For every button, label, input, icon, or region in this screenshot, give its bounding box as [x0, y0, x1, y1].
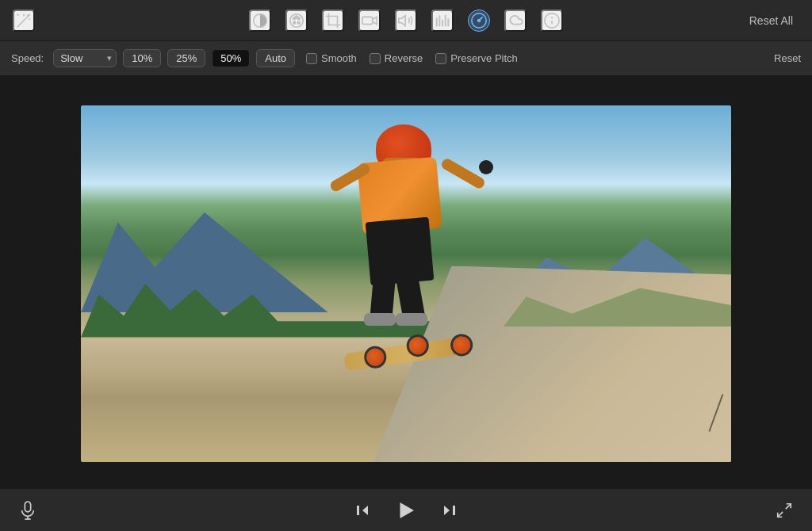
- audio-button[interactable]: [395, 10, 417, 32]
- info-button[interactable]: [541, 10, 563, 32]
- skip-forward-button[interactable]: [437, 498, 462, 523]
- mountain-left: [81, 212, 328, 312]
- road-crack: [709, 395, 724, 432]
- svg-marker-27: [362, 506, 368, 515]
- svg-rect-24: [25, 502, 30, 512]
- palette-button[interactable]: [285, 10, 308, 32]
- preserve-pitch-label: Preserve Pitch: [450, 52, 518, 64]
- fullscreen-button[interactable]: [772, 499, 796, 522]
- wheel-3: [449, 333, 474, 358]
- svg-point-11: [296, 16, 298, 18]
- speed-toolbar: Speed: Slow Normal Fast Custom 10% 25% 5…: [0, 41, 812, 76]
- video-button[interactable]: [358, 10, 381, 32]
- bottom-controls: [0, 488, 812, 531]
- svg-point-20: [478, 19, 481, 21]
- control-center: [350, 495, 462, 525]
- magic-wand-button[interactable]: [13, 10, 35, 32]
- wheel-2: [405, 333, 431, 358]
- arm-right: [439, 157, 486, 190]
- microphone-button[interactable]: [16, 497, 40, 524]
- toggle-group: Smooth Reverse Preserve Pitch: [306, 52, 518, 64]
- play-button[interactable]: [391, 495, 421, 525]
- speed-10-button[interactable]: 10%: [123, 49, 161, 67]
- svg-marker-13: [399, 15, 405, 25]
- speed-meter-button[interactable]: [468, 10, 490, 32]
- leg-left: [370, 270, 396, 319]
- speed-dropdown[interactable]: Slow Normal Fast Custom: [53, 49, 117, 67]
- svg-line-33: [778, 511, 783, 516]
- video-frame: [81, 105, 731, 462]
- color-wheel-button[interactable]: [249, 10, 271, 32]
- svg-rect-12: [362, 17, 373, 24]
- speed-auto-button[interactable]: Auto: [256, 49, 295, 67]
- shoe-right: [396, 313, 427, 326]
- smooth-toggle[interactable]: Smooth: [306, 52, 357, 64]
- shoe-left: [364, 313, 396, 326]
- smooth-label: Smooth: [321, 52, 357, 64]
- control-left: [16, 497, 63, 524]
- preserve-pitch-checkbox[interactable]: [435, 53, 446, 64]
- preserve-pitch-toggle[interactable]: Preserve Pitch: [435, 52, 518, 64]
- top-toolbar: Reset All: [0, 0, 812, 41]
- glove: [479, 160, 493, 174]
- video-scene: [81, 105, 731, 462]
- speed-dropdown-wrapper[interactable]: Slow Normal Fast Custom: [53, 49, 117, 67]
- speed-25-button[interactable]: 25%: [167, 49, 205, 67]
- control-right: [749, 499, 796, 522]
- equalizer-button[interactable]: [431, 10, 454, 32]
- svg-marker-30: [444, 506, 450, 515]
- video-container: [0, 76, 812, 488]
- reverse-toggle[interactable]: Reverse: [370, 52, 423, 64]
- svg-point-10: [297, 21, 300, 24]
- svg-line-32: [786, 503, 791, 508]
- skater: [328, 124, 487, 362]
- skip-back-button[interactable]: [350, 498, 375, 523]
- crop-button[interactable]: [322, 10, 344, 32]
- reverse-checkbox[interactable]: [370, 53, 381, 64]
- reset-all-button[interactable]: Reset All: [743, 11, 799, 30]
- speed-label: Speed:: [11, 52, 44, 64]
- svg-rect-28: [357, 506, 359, 515]
- speed-50-button[interactable]: 50%: [212, 49, 250, 67]
- svg-point-9: [293, 21, 296, 24]
- svg-line-0: [17, 18, 26, 27]
- noise-button[interactable]: [504, 10, 527, 32]
- smooth-checkbox[interactable]: [306, 53, 317, 64]
- svg-rect-31: [453, 506, 455, 515]
- toolbar-icons: [76, 10, 736, 32]
- wheel-1: [362, 345, 388, 370]
- reset-button[interactable]: Reset: [774, 52, 801, 64]
- reverse-label: Reverse: [385, 52, 423, 64]
- svg-marker-29: [400, 502, 415, 518]
- svg-line-4: [17, 13, 19, 15]
